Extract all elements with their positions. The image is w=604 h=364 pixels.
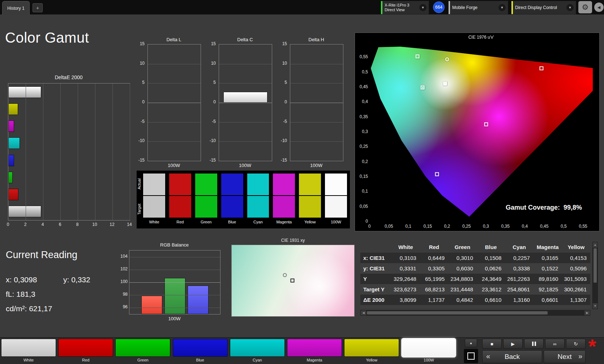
back-button[interactable]: « Back xyxy=(482,350,542,363)
pattern-source-dropdown[interactable]: Mobile Forge ▼ xyxy=(448,1,508,14)
y-tick-label: -5 xyxy=(270,119,287,124)
meter-dropdown[interactable]: X-Rite i1Pro 3 Direct View ▼ xyxy=(381,1,429,14)
scroll-thumb[interactable] xyxy=(367,311,548,314)
play-button[interactable]: ▶ xyxy=(503,339,523,349)
patch-button-magenta[interactable] xyxy=(287,339,342,357)
pattern-source-name: Mobile Forge xyxy=(450,5,498,10)
pattern-window-button[interactable] xyxy=(464,349,478,363)
scroll-down-icon[interactable]: ▼ xyxy=(593,303,597,309)
scroll-thumb[interactable] xyxy=(594,248,597,283)
stop-icon: ■ xyxy=(491,341,493,347)
chevron-down-icon[interactable]: ▼ xyxy=(419,4,427,11)
gridline xyxy=(219,83,272,83)
patch-label: Magenta xyxy=(287,358,342,362)
measurement-table: WhiteRedGreenBlueCyanMagentaYellowx: CIE… xyxy=(360,242,590,308)
table-cell: 0,6601 xyxy=(534,295,562,305)
gridline xyxy=(219,64,272,64)
pause-icon xyxy=(532,342,536,346)
table-cell: 1,3160 xyxy=(505,295,534,305)
marker-white xyxy=(443,82,447,86)
swatch-target xyxy=(221,196,243,218)
swatch-target xyxy=(195,196,217,218)
swatch-actual xyxy=(299,174,321,195)
row-label: ΔE ITP xyxy=(360,305,391,308)
tab-history-1[interactable]: History 1 xyxy=(2,1,30,15)
table-cell: 5,4447 xyxy=(420,305,449,308)
cie1931-marker-actual xyxy=(283,273,287,277)
column-header: Green xyxy=(448,242,477,253)
table-cell: 261,2263 xyxy=(505,274,534,284)
chevron-down-icon[interactable]: ▼ xyxy=(498,4,506,11)
cie-x-tick-label: 0,45 xyxy=(538,224,551,229)
scroll-up-icon[interactable]: ▲ xyxy=(593,242,597,248)
cie-x-tick-label: 0,3 xyxy=(480,224,492,229)
patch-button-red[interactable] xyxy=(58,339,113,357)
row-label: x: CIE31 xyxy=(360,253,391,263)
y-tick-label: 0 xyxy=(199,99,216,104)
patch-label: Cyan xyxy=(230,358,285,362)
cie-y-tick-label: 0,35 xyxy=(356,114,368,119)
loop-button[interactable]: ↻ xyxy=(566,339,586,349)
cie-x-tick-label: 0,25 xyxy=(461,224,473,229)
patch-button-blue[interactable] xyxy=(173,339,228,357)
alert-asterisk-icon[interactable]: * xyxy=(588,336,596,356)
delta-chart-delta-l: Delta L151050-5-10-15100W xyxy=(128,37,200,171)
table-row: x: CIE310,31030,64490,30100,15080,22570,… xyxy=(360,253,590,263)
loop-icon: ↻ xyxy=(574,341,578,347)
pause-button[interactable] xyxy=(524,339,544,349)
delta-charts-area: Delta L151050-5-10-15100WDelta C151050-5… xyxy=(0,37,354,174)
table-cell: 2,0199 xyxy=(534,305,562,308)
gridline xyxy=(219,103,272,103)
stop-button[interactable]: ■ xyxy=(482,339,502,349)
marker-green xyxy=(416,55,420,59)
y-tick-label: 10 xyxy=(270,61,287,66)
cie-y-tick-label: 0,3 xyxy=(356,129,368,134)
patch-button-100w[interactable] xyxy=(401,338,456,357)
patch-button-green[interactable] xyxy=(115,339,170,357)
swatch-blue xyxy=(221,174,243,218)
collapse-panel-button[interactable]: ◀ xyxy=(594,3,604,12)
bottom-bar: ▲ ■ ▶ ∞ ↻ « Back Next » * WhiteRedGreenB… xyxy=(0,337,604,364)
patch-label: Yellow xyxy=(344,358,399,362)
badge-count: 664 xyxy=(435,5,442,10)
display-control-dropdown[interactable]: Direct Display Control ▼ xyxy=(511,1,576,14)
table-vertical-scrollbar[interactable]: ▲ ▼ xyxy=(592,242,598,309)
swatch-target xyxy=(247,196,269,218)
deltae-bar-100w xyxy=(8,206,41,217)
cie1976-plot: Gamut Coverage:99,8% xyxy=(369,41,593,222)
cie-y-tick-label: 0,45 xyxy=(356,84,368,89)
cie-x-tick-label: 0,35 xyxy=(499,224,511,229)
cie-x-tick-label: 0 xyxy=(363,224,376,229)
chevron-down-icon[interactable]: ▼ xyxy=(566,4,574,11)
next-button[interactable]: Next » xyxy=(544,350,586,363)
patch-panel-up-button[interactable]: ▲ xyxy=(465,339,477,347)
table-cell: 0,3305 xyxy=(420,263,449,274)
cie-y-tick-label: 0,55 xyxy=(356,54,368,59)
table-horizontal-scrollbar[interactable]: ◀ ▶ xyxy=(360,310,590,316)
reading-y: y: 0,332 xyxy=(63,275,90,284)
patch-button-yellow[interactable] xyxy=(344,339,399,357)
table-cell: 68,8213 xyxy=(420,284,449,295)
settings-button[interactable]: ⚙ xyxy=(578,1,592,13)
delta-chart-xlabel: 100W xyxy=(147,163,200,168)
gridline xyxy=(148,83,201,83)
y-tick-label: -15 xyxy=(270,158,287,163)
add-tab-button[interactable]: + xyxy=(33,3,43,12)
patch-button-white[interactable] xyxy=(1,339,56,357)
delta-bar xyxy=(223,92,267,103)
table-cell: 1,1737 xyxy=(420,295,449,305)
patch-label: 100W xyxy=(401,358,456,362)
scroll-right-icon[interactable]: ▶ xyxy=(584,311,590,315)
column-header: Magenta xyxy=(534,242,562,253)
table-cell: 3,8099 xyxy=(391,295,420,305)
x-tick-label: 10 xyxy=(91,222,98,227)
delta-chart-delta-h: Delta H151050-5-10-15100W xyxy=(270,37,343,171)
swatch-label: Red xyxy=(169,220,191,224)
continuous-read-button[interactable]: ∞ xyxy=(545,339,565,349)
y-tick-label: 15 xyxy=(270,41,287,46)
gridline xyxy=(290,83,343,83)
cie-y-tick-label: 0,5 xyxy=(356,69,368,74)
scroll-left-icon[interactable]: ◀ xyxy=(361,311,366,315)
table-cell: 65,1995 xyxy=(420,274,449,284)
patch-button-cyan[interactable] xyxy=(230,339,285,357)
